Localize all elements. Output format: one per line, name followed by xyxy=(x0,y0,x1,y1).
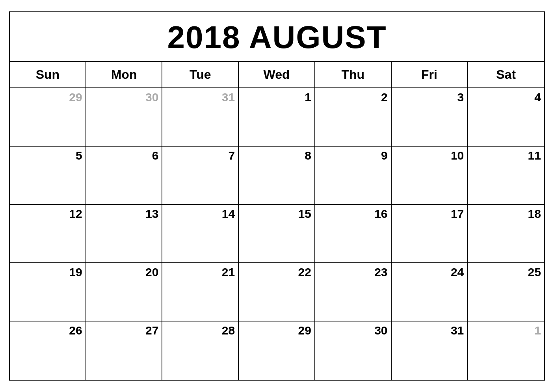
date-number: 31 xyxy=(392,324,464,337)
day-header-sun: Sun xyxy=(10,62,86,87)
calendar-title: 2018 AUGUST xyxy=(10,12,544,62)
date-number: 31 xyxy=(162,91,235,104)
calendar-cell: 20 xyxy=(86,263,163,321)
calendar-cell: 16 xyxy=(315,205,392,263)
calendar-cell: 23 xyxy=(315,263,392,321)
calendar-cell: 29 xyxy=(239,321,315,380)
date-number: 25 xyxy=(468,266,541,279)
calendar-cell: 10 xyxy=(392,147,468,205)
day-header-sat: Sat xyxy=(468,62,544,87)
calendar-cell: 28 xyxy=(162,321,239,380)
date-number: 18 xyxy=(468,207,541,221)
date-number: 24 xyxy=(392,266,464,279)
calendar-cell: 30 xyxy=(315,321,392,380)
calendar-cell: 13 xyxy=(86,205,163,263)
date-number: 16 xyxy=(315,207,388,221)
calendar-cell: 5 xyxy=(10,147,86,205)
calendar-cell: 22 xyxy=(239,263,315,321)
day-header-mon: Mon xyxy=(86,62,163,87)
date-number: 15 xyxy=(239,207,311,221)
date-number: 20 xyxy=(86,266,159,279)
date-number: 1 xyxy=(468,324,541,337)
day-header-wed: Wed xyxy=(239,62,315,87)
date-number: 30 xyxy=(86,91,159,104)
date-number: 19 xyxy=(10,266,82,279)
calendar-cell: 24 xyxy=(392,263,468,321)
date-number: 7 xyxy=(162,149,235,162)
date-number: 4 xyxy=(468,91,541,104)
day-header-fri: Fri xyxy=(392,62,468,87)
date-number: 11 xyxy=(468,149,541,162)
calendar-cell: 2 xyxy=(315,88,392,147)
date-number: 23 xyxy=(315,266,388,279)
calendar-cell: 12 xyxy=(10,205,86,263)
calendar-cell: 6 xyxy=(86,147,163,205)
calendar-cell: 31 xyxy=(162,88,239,147)
date-number: 22 xyxy=(239,266,311,279)
calendar-cell: 31 xyxy=(392,321,468,380)
date-number: 29 xyxy=(10,91,82,104)
date-number: 27 xyxy=(86,324,159,337)
calendar-cell: 9 xyxy=(315,147,392,205)
calendar-cell: 17 xyxy=(392,205,468,263)
date-number: 5 xyxy=(10,149,82,162)
calendar-cell: 21 xyxy=(162,263,239,321)
date-number: 1 xyxy=(239,91,311,104)
calendar-grid: 2930311234567891011121314151617181920212… xyxy=(10,88,544,380)
calendar-cell: 15 xyxy=(239,205,315,263)
calendar-cell: 14 xyxy=(162,205,239,263)
date-number: 6 xyxy=(86,149,159,162)
date-number: 9 xyxy=(315,149,388,162)
date-number: 13 xyxy=(86,207,159,221)
calendar-cell: 27 xyxy=(86,321,163,380)
calendar-cell: 1 xyxy=(468,321,544,380)
calendar-cell: 29 xyxy=(10,88,86,147)
calendar-cell: 26 xyxy=(10,321,86,380)
day-header-thu: Thu xyxy=(315,62,392,87)
date-number: 8 xyxy=(239,149,311,162)
date-number: 10 xyxy=(392,149,464,162)
date-number: 2 xyxy=(315,91,388,104)
date-number: 30 xyxy=(315,324,388,337)
calendar-cell: 19 xyxy=(10,263,86,321)
calendar-cell: 3 xyxy=(392,88,468,147)
day-header-tue: Tue xyxy=(162,62,239,87)
calendar-cell: 25 xyxy=(468,263,544,321)
date-number: 12 xyxy=(10,207,82,221)
date-number: 29 xyxy=(239,324,311,337)
date-number: 26 xyxy=(10,324,82,337)
date-number: 21 xyxy=(162,266,235,279)
calendar-cell: 11 xyxy=(468,147,544,205)
date-number: 17 xyxy=(392,207,464,221)
calendar-cell: 7 xyxy=(162,147,239,205)
date-number: 3 xyxy=(392,91,464,104)
calendar-cell: 30 xyxy=(86,88,163,147)
date-number: 28 xyxy=(162,324,235,337)
calendar-header: SunMonTueWedThuFriSat xyxy=(10,62,544,88)
calendar: 2018 AUGUST SunMonTueWedThuFriSat 293031… xyxy=(9,11,545,381)
date-number: 14 xyxy=(162,207,235,221)
calendar-cell: 18 xyxy=(468,205,544,263)
calendar-cell: 4 xyxy=(468,88,544,147)
calendar-cell: 1 xyxy=(239,88,315,147)
calendar-cell: 8 xyxy=(239,147,315,205)
